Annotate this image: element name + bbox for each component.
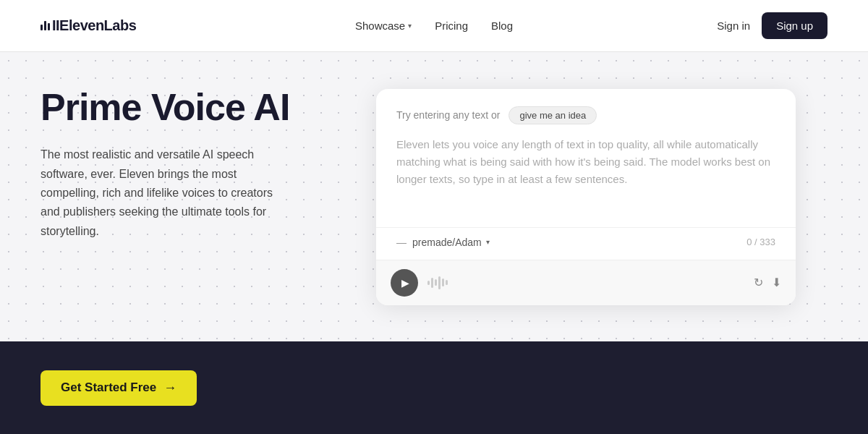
em-dash: — [396, 237, 407, 248]
get-started-label: Get Started Free [61, 380, 156, 395]
voice-chevron-icon: ▾ [486, 238, 490, 246]
voice-name: premade/Adam [412, 237, 482, 248]
left-panel: Prime Voice AI The most realistic and ve… [0, 52, 333, 341]
try-text-row: Try entering any text or give me an idea [396, 106, 775, 124]
try-label: Try entering any text or [396, 109, 500, 121]
demo-card-top: Try entering any text or give me an idea… [376, 89, 796, 227]
voice-selector[interactable]: — premade/Adam ▾ [396, 237, 490, 248]
nav-item-blog[interactable]: Blog [491, 20, 513, 32]
demo-card: Try entering any text or give me an idea… [376, 89, 796, 305]
player-bar: ▶ ↻ ⬇ [376, 260, 796, 305]
top-section: Prime Voice AI The most realistic and ve… [0, 52, 868, 341]
download-icon[interactable]: ⬇ [772, 276, 781, 289]
waveform [427, 274, 745, 292]
char-count: 0 / 333 [746, 237, 775, 247]
navbar: IIElevenLabs Showcase ▾ Pricing Blog Sig… [0, 0, 868, 52]
sign-in-button[interactable]: Sign in [717, 20, 750, 32]
demo-card-bottom: — premade/Adam ▾ 0 / 333 [376, 227, 796, 260]
chevron-down-icon: ▾ [408, 22, 412, 30]
nav-item-showcase[interactable]: Showcase ▾ [355, 20, 412, 32]
logo[interactable]: IIElevenLabs [41, 17, 136, 34]
play-icon: ▶ [401, 277, 409, 289]
logo-text: IIElevenLabs [52, 17, 136, 34]
right-panel: Try entering any text or give me an idea… [333, 52, 868, 341]
sign-up-button[interactable]: Sign up [762, 12, 827, 39]
hero-title: Prime Voice AI [41, 87, 292, 128]
arrow-icon: → [163, 380, 176, 396]
nav-right: Sign in Sign up [717, 12, 827, 39]
player-actions: ↻ ⬇ [754, 276, 781, 289]
hero-description: The most realistic and versatile AI spee… [41, 145, 292, 241]
dark-section: Get Started Free → [0, 341, 868, 434]
get-started-button[interactable]: Get Started Free → [41, 370, 197, 406]
demo-textarea-placeholder[interactable]: Eleven lets you voice any length of text… [396, 136, 775, 216]
nav-center: Showcase ▾ Pricing Blog [355, 20, 513, 32]
logo-bars-icon [41, 21, 50, 30]
idea-badge[interactable]: give me an idea [509, 106, 597, 124]
nav-item-pricing[interactable]: Pricing [435, 20, 468, 32]
play-button[interactable]: ▶ [391, 269, 418, 297]
main-area: Prime Voice AI The most realistic and ve… [0, 52, 868, 434]
refresh-icon[interactable]: ↻ [754, 276, 763, 289]
